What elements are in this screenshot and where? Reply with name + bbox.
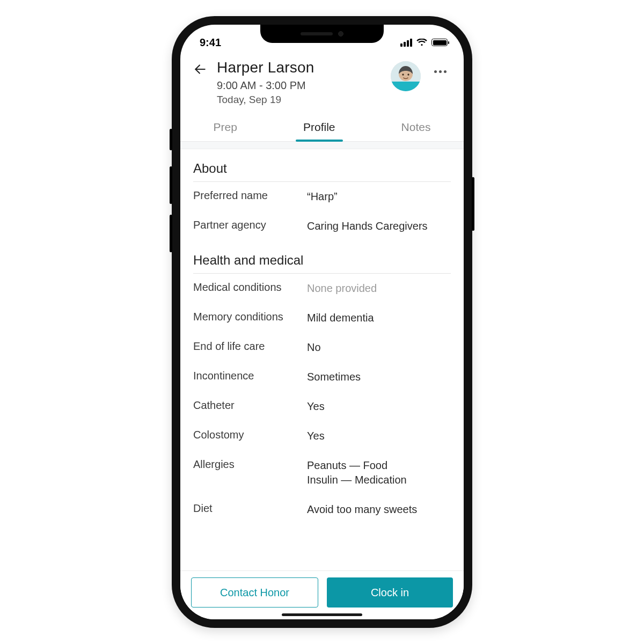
- label-incontinence: Incontinence: [193, 370, 301, 382]
- value-incontinence: Sometimes: [307, 370, 451, 384]
- visit-date: Today, Sep 19: [217, 94, 386, 106]
- tab-prep[interactable]: Prep: [209, 115, 241, 141]
- label-preferred-name: Preferred name: [193, 189, 301, 202]
- row-incontinence: Incontinence Sometimes: [193, 362, 451, 392]
- row-partner-agency: Partner agency Caring Hands Caregivers: [193, 211, 451, 241]
- client-name: Harper Larson: [217, 59, 386, 76]
- wifi-icon: [416, 39, 427, 46]
- back-button[interactable]: [193, 59, 213, 78]
- profile-content: About Preferred name “Harp” Partner agen…: [180, 149, 464, 570]
- more-icon: [434, 70, 447, 73]
- row-end-of-life-care: End of life care No: [193, 333, 451, 362]
- section-health-title: Health and medical: [193, 253, 451, 268]
- row-memory-conditions: Memory conditions Mild dementia: [193, 303, 451, 333]
- visit-time-range: 9:00 AM - 3:00 PM: [217, 79, 386, 92]
- value-partner-agency: Caring Hands Caregivers: [307, 219, 451, 233]
- value-allergies: Peanuts — Food Insulin — Medication: [307, 458, 451, 487]
- label-colostomy: Colostomy: [193, 429, 301, 441]
- battery-icon: [431, 39, 448, 46]
- row-preferred-name: Preferred name “Harp”: [193, 182, 451, 211]
- bottom-action-bar: Contact Honor Clock in: [180, 570, 464, 619]
- label-end-of-life-care: End of life care: [193, 340, 301, 353]
- svg-rect-2: [391, 82, 421, 91]
- section-about-title: About: [193, 161, 451, 176]
- label-catheter: Catheter: [193, 399, 301, 412]
- label-allergies: Allergies: [193, 458, 301, 471]
- label-diet: Diet: [193, 502, 301, 515]
- more-options-button[interactable]: [429, 59, 451, 75]
- value-catheter: Yes: [307, 399, 451, 414]
- value-diet: Avoid too many sweets: [307, 502, 451, 517]
- row-allergies: Allergies Peanuts — Food Insulin — Medic…: [193, 451, 451, 495]
- row-medical-conditions: Medical conditions None provided: [193, 274, 451, 303]
- value-end-of-life-care: No: [307, 340, 451, 355]
- value-medical-conditions: None provided: [307, 281, 451, 296]
- tab-spacer: [180, 142, 464, 149]
- svg-point-5: [407, 74, 409, 76]
- value-preferred-name: “Harp”: [307, 189, 451, 204]
- label-partner-agency: Partner agency: [193, 219, 301, 231]
- phone-frame: 9:41 Harper Larson 9:00 AM - 3:00 PM: [172, 16, 472, 628]
- row-diet: Diet Avoid too many sweets: [193, 495, 451, 524]
- row-catheter: Catheter Yes: [193, 392, 451, 421]
- value-colostomy: Yes: [307, 429, 451, 443]
- contact-honor-button[interactable]: Contact Honor: [191, 577, 318, 608]
- status-time: 9:41: [200, 36, 221, 49]
- svg-point-4: [402, 74, 404, 76]
- cellular-signal-icon: [400, 39, 412, 47]
- row-colostomy: Colostomy Yes: [193, 421, 451, 451]
- clock-in-button[interactable]: Clock in: [327, 577, 453, 608]
- label-memory-conditions: Memory conditions: [193, 311, 301, 323]
- tab-notes[interactable]: Notes: [397, 115, 435, 141]
- label-medical-conditions: Medical conditions: [193, 281, 301, 294]
- tab-profile[interactable]: Profile: [299, 115, 340, 141]
- tabs: Prep Profile Notes: [180, 115, 464, 142]
- client-avatar[interactable]: [391, 61, 421, 91]
- home-indicator: [282, 613, 362, 616]
- notch: [260, 25, 384, 43]
- value-memory-conditions: Mild dementia: [307, 311, 451, 325]
